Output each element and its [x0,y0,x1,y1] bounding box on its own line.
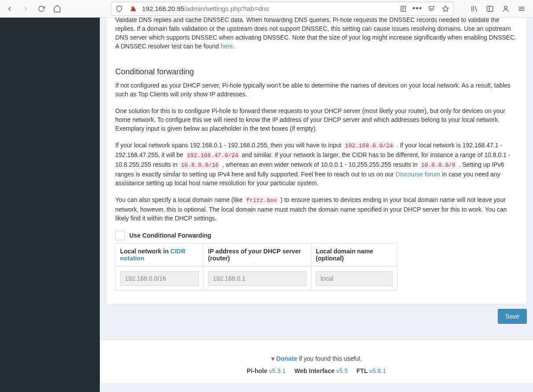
table-header-domain: Local domain name (optional) [311,243,397,267]
nav-forward-button[interactable] [19,3,32,15]
ftl-label: FTL [357,367,369,374]
url-path: /admin/settings.php?tab=dns [184,5,269,12]
cidr-example-2: 192.168.47.0/24 [185,151,240,160]
url-text: 192.168.20.95/admin/settings.php?tab=dns [142,5,394,12]
cf-paragraph-1: If not configured as your DHCP server, P… [115,81,518,99]
tracking-shield-icon[interactable] [114,4,124,14]
local-domain-input[interactable] [316,271,393,286]
cidr-example-4: 10.0.0.0/8 [420,161,457,169]
discourse-forum-link[interactable]: Discourse forum [395,171,440,178]
cidr-example-1: 192.168.0.0/24 [343,142,394,150]
pihole-label: Pi-hole [247,367,269,374]
page-footer: ♥ Donate if you found this useful. Pi-ho… [100,340,533,383]
nav-back-button[interactable] [4,3,16,15]
cidr-example-3: 10.8.0.0/16 [179,161,221,169]
dnssec-description: Validate DNS replies and cache DNSSEC da… [115,18,518,51]
url-host: 192.168.20.95 [142,5,184,12]
web-version-link[interactable]: v5.5 [336,367,348,374]
svg-point-11 [504,6,507,9]
cf-paragraph-2: One solution for this is to configure Pi… [115,106,518,133]
account-icon[interactable] [500,4,511,14]
table-header-dhcp: IP address of your DHCP server (router) [204,243,311,267]
cf-paragraph-4: You can also specify a local domain name… [115,195,518,223]
home-button[interactable] [51,3,63,15]
pocket-icon[interactable] [426,4,437,14]
insecure-icon[interactable] [128,4,139,14]
conditional-forwarding-checkbox-label: Use Conditional Forwarding [129,232,212,239]
cf-paragraph-3: If your local network spans 192.168.0.1 … [115,141,518,187]
dnssec-here-link[interactable]: here [221,43,233,50]
content-scroll[interactable]: Use DNSSEC Validate DNS replies and cach… [100,18,533,392]
conditional-forwarding-heading: Conditional forwarding [115,67,518,77]
browser-toolbar: 192.168.20.95/admin/settings.php?tab=dns… [0,0,533,18]
heart-icon: ♥ [271,355,274,362]
local-network-input[interactable] [120,271,199,286]
conditional-forwarding-checkbox[interactable] [115,231,125,240]
pihole-version-link[interactable]: v5.3.1 [269,367,286,374]
settings-card: Use DNSSEC Validate DNS replies and cach… [106,18,527,304]
ftl-version-link[interactable]: v5.8.1 [369,367,386,374]
library-icon[interactable] [469,4,479,14]
svg-line-8 [475,6,477,11]
donate-tail: if you found this useful. [297,355,362,362]
svg-marker-5 [442,6,448,11]
sidebar-toggle-icon[interactable] [485,4,495,14]
dhcp-server-input[interactable] [208,271,307,286]
donate-link[interactable]: Donate [276,355,297,362]
toolbar-right [469,4,529,14]
save-button[interactable]: Save [498,309,527,324]
url-bar[interactable]: 192.168.20.95/admin/settings.php?tab=dns… [111,2,454,16]
local-domain-example: fritz.box [245,196,279,205]
table-header-cidr: Local network in CIDR notation [116,243,204,267]
conditional-forwarding-table: Local network in CIDR notation IP addres… [115,243,398,291]
left-sidebar [0,18,100,392]
web-interface-label: Web Interface [294,367,336,374]
bookmark-star-icon[interactable] [440,4,451,14]
hamburger-menu-icon[interactable] [516,4,527,14]
reader-mode-icon[interactable] [398,4,409,14]
page-actions-icon[interactable]: ••• [412,4,423,14]
reload-button[interactable] [35,3,47,15]
svg-rect-9 [487,6,493,11]
